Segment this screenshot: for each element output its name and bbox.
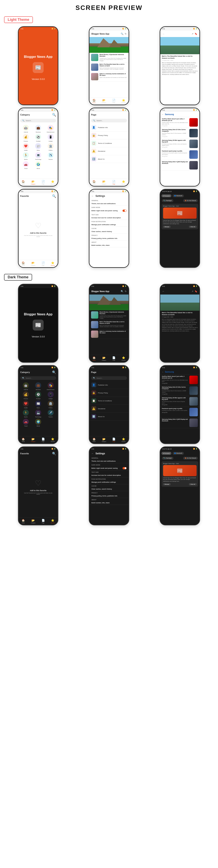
cat-tourism[interactable]: ✈️Tourism (45, 152, 56, 160)
page-privacy[interactable]: 🔒 Privacy Policy (89, 131, 129, 140)
tech-article-4[interactable]: Facebook reports jump in profits Faceboo… (160, 149, 199, 160)
tech-article-1[interactable]: OnePlus Watch doesn't just settle, it de… (160, 117, 199, 128)
search-icon[interactable]: 🔍 (52, 194, 56, 198)
nav-home[interactable]: 🏠Home (22, 261, 25, 266)
nav-cat[interactable]: 📂Category (31, 180, 35, 185)
dark-page-terms[interactable]: 📋 Terms & Conditions (89, 397, 129, 405)
dark-focused-chip[interactable]: ♥ Focused (161, 452, 171, 455)
dark-cat-entertainment[interactable]: 🎭Entertainment (45, 382, 56, 390)
dark-settings-cache[interactable]: Clear caches, search history (89, 487, 129, 491)
dark-back-icon[interactable]: ← (162, 290, 165, 293)
bookmark-icon[interactable]: 🔖 (194, 33, 197, 35)
nav-page[interactable]: 📄Page (42, 261, 45, 266)
back-icon[interactable]: ← (162, 113, 164, 116)
article-item-2[interactable]: Bali is The Beautiful Island like a visi… (89, 63, 129, 72)
dark-bluetooth-chip[interactable]: 🔵 Bluetooth (173, 452, 184, 455)
dark-cat-health[interactable]: ❤️Health (20, 401, 31, 408)
dark-share-icon[interactable]: ↗ (191, 290, 193, 293)
dark-page-privacy[interactable]: 🔒 Privacy Policy (89, 389, 129, 397)
page-disclaimer[interactable]: ⚠️ Disclaimer (89, 147, 129, 155)
clear-all-button[interactable]: Clear all (189, 226, 196, 228)
share-icon[interactable]: ↗ (191, 33, 193, 35)
cat-entertainment[interactable]: 🎭Entertainment (45, 125, 56, 133)
cat-android[interactable]: 🤖Android (20, 125, 31, 133)
article-item-3[interactable]: Qatar is a visionary tourism destination… (89, 72, 129, 82)
dark-nav-fav4[interactable]: ⭐Favorite (51, 519, 55, 524)
dark-tech-art-1[interactable]: OnePlus Watch doesn't just settle, it de… (160, 375, 199, 385)
nav-page[interactable]: 📄 Page (112, 99, 115, 103)
cat-gadget[interactable]: 📱Gadget (45, 134, 56, 142)
dark-nav-page[interactable]: 📄Page (112, 356, 115, 361)
dark-cat-sports[interactable]: 🏃Sports (20, 410, 31, 417)
settings-privacy-item[interactable]: Privacy policy, terms, publisher info (89, 237, 129, 241)
dark-page-disclaimer[interactable]: ⚠️ Disclaimer (89, 405, 129, 413)
cat-football[interactable]: ⚽Football (33, 134, 44, 142)
nav-category[interactable]: 📂 Category (102, 99, 106, 103)
dark-cat-gadget[interactable]: 📱Gadget (45, 392, 56, 399)
dark-manage-button[interactable]: Manage (163, 483, 171, 485)
dark-cat-search[interactable]: 🔍 (20, 376, 56, 380)
dark-search-icon2[interactable]: 🔍 (52, 452, 56, 456)
nav-home[interactable]: 🏠Home (22, 180, 25, 185)
nav-page[interactable]: 📄Page (42, 180, 45, 185)
dark-cat-football[interactable]: ⚽Football (33, 392, 44, 399)
page-publisher[interactable]: 👤 Publisher Info (89, 124, 129, 131)
dark-cat-technology[interactable]: 💻Technology (33, 410, 44, 417)
dark-nav-cat2[interactable]: 📂Category (31, 438, 35, 442)
settings-cache-item[interactable]: Clear caches, search history (89, 229, 129, 234)
dark-search-icon[interactable]: 🔍 (52, 370, 56, 374)
category-search[interactable]: 🔍 (20, 119, 56, 122)
dark-flashlight-chip[interactable]: 🔦 Flashlight (162, 457, 173, 460)
settings-textsize-item[interactable]: Increase text size for content descripti… (89, 216, 129, 220)
dark-refresh-icon[interactable]: ↻ (125, 290, 126, 293)
dark-donotdisturb-chip[interactable]: 🔕 Do Not Disturb (183, 457, 198, 460)
dark-tech-art-2[interactable]: Samsung Galaxy Note 20 Ultra Carries Com… (160, 385, 199, 396)
cat-news[interactable]: 📰News (33, 143, 44, 151)
dark-settings-privacy[interactable]: Privacy policy, terms, publisher info (89, 494, 129, 498)
nav-cat[interactable]: 📂Category (31, 261, 35, 266)
dark-settings-textsize[interactable]: Increase text size for content descripti… (89, 473, 129, 477)
search-input[interactable] (26, 120, 54, 122)
dark-tech-art-5[interactable]: Samsung Galaxy Note 4 QHD Display and Al… (160, 417, 199, 428)
dark-settings-about[interactable]: Build number, info, share (89, 501, 129, 505)
dark-article-3[interactable]: Qatar is a visionary tourism destination… (89, 330, 129, 339)
settings-general-item[interactable]: Theme, text size and notifications (89, 202, 129, 206)
dark-settings-push[interactable]: Manage push notification settings (89, 480, 129, 484)
dark-back-icon2[interactable]: ← (162, 371, 164, 373)
search-icon[interactable]: 🔍 (52, 113, 56, 117)
page-search[interactable]: 🔍 (91, 119, 127, 122)
settings-darkmode-item[interactable]: Better night mode and power saving (89, 209, 129, 213)
dark-search-input[interactable] (26, 377, 54, 379)
nav-page[interactable]: 📄Page (112, 180, 115, 185)
dark-nav-home3[interactable]: 🏠Home (93, 438, 96, 442)
dark-cat-tourism[interactable]: ✈️Tourism (45, 410, 56, 417)
dark-nav-page2[interactable]: 📄Page (42, 438, 45, 442)
nav-home[interactable]: 🏠Home (93, 180, 96, 185)
dark-cat-politics[interactable]: 🏛️Politics (45, 401, 56, 408)
dark-search-icon[interactable]: 🔍 (121, 290, 123, 293)
dark-nav-page3[interactable]: 📄Page (112, 438, 115, 442)
dark-cat-travel[interactable]: 🚗Travel (20, 419, 31, 427)
dark-page-search-input[interactable] (97, 377, 125, 379)
dark-nav-home[interactable]: 🏠Home (93, 356, 96, 361)
dark-tech-art-3[interactable]: Samsung Galaxy S6 Mini appears with big … (160, 396, 199, 407)
dark-nav-home2[interactable]: 🏠Home (22, 438, 25, 442)
nav-home[interactable]: 🏠 Home (93, 99, 96, 103)
dark-clear-all-button[interactable]: Clear all (189, 483, 196, 485)
tech-article-3[interactable]: Samsung Galaxy S6 Mini appears with big … (160, 138, 199, 149)
dark-nav-cat4[interactable]: 📂Category (31, 519, 35, 524)
dark-back-icon3[interactable]: ← (92, 452, 94, 455)
cat-travel[interactable]: 🚗Travel (20, 161, 31, 169)
bluetooth-chip[interactable]: 🔵 Bluetooth (173, 194, 184, 197)
donotdisturb-chip[interactable]: 🔕 Do Not Disturb (183, 199, 198, 202)
dark-nav-fav3[interactable]: ⭐Favorite (121, 438, 125, 442)
dark-cat-world[interactable]: 🌍World (33, 419, 44, 427)
flashlight-chip[interactable]: 🔦 Flashlight (162, 199, 173, 202)
cat-sports[interactable]: 🏃Sports (20, 152, 31, 160)
nav-fav[interactable]: ⭐Favorite (51, 261, 55, 266)
dark-page-publisher[interactable]: 👤 Publisher Info (89, 381, 129, 389)
dark-article-1[interactable]: Mount Bromo, A Spectacular Indonesia Mou… (89, 310, 129, 320)
dark-page-about[interactable]: ℹ️ About Us (89, 413, 129, 421)
settings-push-item[interactable]: Manage push notification settings (89, 223, 129, 227)
dark-article-2[interactable]: Bali is The Beautiful Island like a visi… (89, 320, 129, 330)
